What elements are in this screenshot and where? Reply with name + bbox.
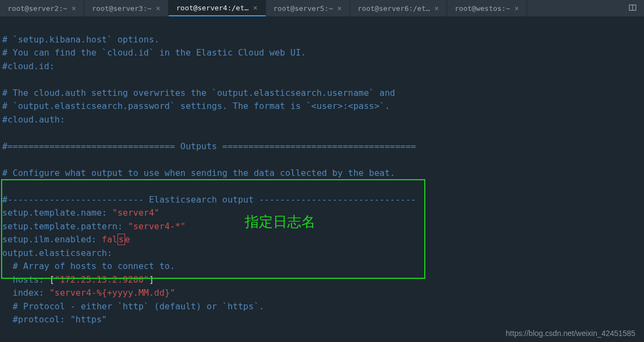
code-line: # `output.elasticsearch.password` settin… (2, 101, 390, 111)
code-line: output.elasticsearch: (2, 248, 112, 258)
editor-area[interactable]: # `setup.kibana.host` options. # You can… (0, 16, 644, 342)
tab-westos[interactable]: root@westos:~ × (447, 0, 527, 16)
code-line: #================================ Output… (2, 141, 416, 151)
code-line: # `setup.kibana.host` options. (2, 34, 159, 45)
tab-server3[interactable]: root@server3:~ × (84, 0, 169, 16)
code-line: #cloud.id: (2, 61, 54, 71)
close-icon[interactable]: × (72, 4, 76, 13)
code-line: hosts: ["172.25.13.2:9200"] (2, 274, 154, 285)
code-line: # Configure what output to use when send… (2, 168, 395, 178)
close-icon[interactable]: × (337, 4, 342, 13)
tab-label: root@server4:/et… (176, 4, 249, 12)
tab-label: root@server2:~ (8, 4, 67, 13)
tab-server4[interactable]: root@server4:/et… × (169, 0, 266, 16)
watermark-text: https://blog.csdn.net/weixin_42451585 (506, 329, 635, 338)
close-icon[interactable]: × (515, 4, 519, 13)
tab-bar: root@server2:~ × root@server3:~ × root@s… (0, 0, 644, 16)
code-line: # You can find the `cloud.id` in the Ela… (2, 47, 306, 58)
split-icon[interactable] (621, 4, 644, 13)
code-line: setup.ilm.enabled: false (2, 234, 130, 245)
code-line: #protocol: "https" (2, 314, 107, 325)
code-line: #-------------------------- Elasticsearc… (2, 194, 416, 205)
tab-label: root@westos:~ (455, 4, 510, 13)
tab-label: root@server3:~ (92, 4, 152, 13)
code-line: # Protocol - either `http` (default) or … (2, 301, 264, 312)
tab-label: root@server6:/et… (358, 4, 430, 13)
code-line: # The cloud.auth setting overwrites the … (2, 88, 395, 98)
code-line: index: "server4-%{+yyyy.MM.dd}" (2, 288, 175, 298)
code-line: # Array of hosts to connect to. (2, 261, 175, 271)
tab-label: root@server5:~ (274, 4, 333, 13)
close-icon[interactable]: × (435, 4, 439, 13)
close-icon[interactable]: × (156, 4, 160, 13)
code-line: setup.template.pattern: "server4-*" (2, 221, 185, 231)
code-line: setup.template.name: "server4" (2, 207, 159, 218)
tab-server2[interactable]: root@server2:~ × (0, 0, 84, 16)
code-line: #cloud.auth: (2, 114, 65, 125)
tab-server6[interactable]: root@server6:/et… × (350, 0, 448, 16)
cursor-position: s (117, 234, 125, 245)
tab-server5[interactable]: root@server5:~ × (266, 0, 350, 16)
close-icon[interactable]: × (253, 3, 257, 12)
